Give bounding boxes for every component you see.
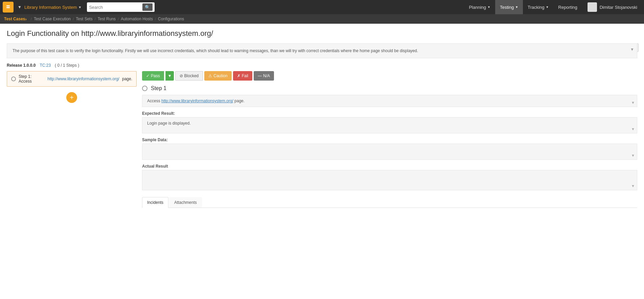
fail-icon: ✗ bbox=[237, 73, 240, 78]
tab-attachments-label: Attachments bbox=[174, 200, 197, 205]
release-info: Release 1.0.0.0 TC:23 ( 0 / 1 Steps ) bbox=[7, 61, 637, 71]
content-wrapper: ⏸ ▲ ☰ Login Functionality on http://www.… bbox=[0, 24, 644, 213]
expected-result-label: Expected Result: bbox=[142, 111, 637, 116]
sample-data-label: Sample Data: bbox=[142, 137, 637, 142]
svg-rect-1 bbox=[6, 5, 10, 6]
add-step-button[interactable]: + bbox=[66, 92, 77, 103]
actual-result-collapse[interactable]: ▼ bbox=[631, 184, 635, 188]
planning-label: Planning bbox=[469, 5, 486, 10]
breadcrumb-label: Test Cases bbox=[4, 17, 25, 21]
release-label: Release 1.0.0.0 bbox=[7, 63, 36, 68]
action-buttons: ✓ Pass ▼ ⊘ Blocked ⚠ Caution ✗ Fail bbox=[142, 71, 637, 81]
step-list-item[interactable]: Step 1: Access http://www.libraryinforma… bbox=[7, 71, 137, 87]
nav-testing[interactable]: Testing ▼ bbox=[495, 0, 523, 14]
step-list-suffix: page. bbox=[122, 77, 132, 81]
breadcrumb-test-runs[interactable]: Test Runs bbox=[98, 17, 116, 21]
testing-label: Testing bbox=[500, 5, 514, 10]
add-step-container: + bbox=[7, 89, 137, 106]
tracking-caret: ▼ bbox=[546, 5, 549, 9]
step-detail-radio bbox=[142, 86, 147, 91]
blocked-button[interactable]: ⊘ Blocked bbox=[175, 71, 203, 81]
tc-id[interactable]: TC:23 bbox=[40, 63, 51, 68]
actual-result-label: Actual Result bbox=[142, 164, 637, 169]
page-title: Login Functionality on http://www.librar… bbox=[7, 29, 637, 38]
nav-reporting[interactable]: Reporting bbox=[553, 0, 582, 14]
tabs-bar: Incidents Attachments bbox=[142, 197, 637, 208]
breadcrumb-sep-4: / bbox=[118, 17, 119, 21]
description-text: The purpose of this test case is to veri… bbox=[13, 48, 418, 53]
expected-result-value: Login page is displayed. bbox=[147, 121, 191, 126]
breadcrumb-chevron: › bbox=[25, 17, 26, 22]
pass-button[interactable]: ✓ Pass bbox=[142, 71, 164, 81]
tab-incidents-label: Incidents bbox=[147, 200, 163, 205]
step-desc-url[interactable]: http://www.libraryinformationsystem.org/ bbox=[161, 99, 233, 103]
step-description-box: Access http://www.libraryinformationsyst… bbox=[142, 95, 637, 107]
blocked-label: Blocked bbox=[184, 73, 199, 78]
svg-rect-2 bbox=[6, 7, 10, 8]
pass-checkmark: ✓ bbox=[146, 73, 150, 78]
fail-label: Fail bbox=[242, 73, 248, 78]
tab-incidents[interactable]: Incidents bbox=[142, 197, 168, 208]
project-dropdown-arrow: ▼ bbox=[78, 5, 82, 9]
step-radio-indicator bbox=[11, 77, 16, 81]
user-name: Dimitar Stojanovski bbox=[600, 5, 637, 10]
two-col-layout: Step 1: Access http://www.libraryinforma… bbox=[7, 71, 637, 208]
right-panel: ✓ Pass ▼ ⊘ Blocked ⚠ Caution ✗ Fail bbox=[142, 71, 637, 208]
main-content: Login Functionality on http://www.librar… bbox=[0, 24, 644, 213]
search-container: 🔍 bbox=[87, 2, 155, 12]
breadcrumb-sep-1: / bbox=[31, 17, 32, 21]
reporting-label: Reporting bbox=[558, 5, 577, 10]
breadcrumb-sep-5: / bbox=[155, 17, 156, 21]
expected-result-collapse[interactable]: ▼ bbox=[631, 127, 635, 131]
testing-caret: ▼ bbox=[515, 5, 518, 9]
blocked-icon: ⊘ bbox=[180, 73, 183, 78]
breadcrumb-sep-3: / bbox=[95, 17, 96, 21]
actual-result-box[interactable]: ▼ bbox=[142, 170, 637, 190]
caution-label: Caution bbox=[213, 73, 227, 78]
project-selector[interactable]: Library Information System ▼ bbox=[24, 5, 82, 10]
pass-label: Pass bbox=[151, 73, 160, 78]
step-desc-suffix: page. bbox=[233, 99, 245, 103]
nav-planning[interactable]: Planning ▼ bbox=[464, 0, 495, 14]
breadcrumb-sep-2: / bbox=[73, 17, 74, 21]
expected-result-box: Login page is displayed. ▼ bbox=[142, 117, 637, 133]
breadcrumb-test-sets[interactable]: Test Sets bbox=[76, 17, 92, 21]
na-button[interactable]: — N/A bbox=[254, 71, 274, 81]
description-box: The purpose of this test case is to veri… bbox=[7, 43, 637, 58]
fail-button[interactable]: ✗ Fail bbox=[233, 71, 252, 81]
step-desc-collapse[interactable]: ▼ bbox=[631, 101, 635, 105]
breadcrumb: Test Cases › / Test Case Execution / Tes… bbox=[0, 14, 644, 24]
search-button[interactable]: 🔍 bbox=[142, 3, 153, 11]
steps-progress: ( 0 / 1 Steps ) bbox=[55, 63, 79, 68]
planning-caret: ▼ bbox=[487, 5, 490, 9]
description-collapse-btn[interactable]: ▼ bbox=[630, 46, 634, 52]
app-logo[interactable] bbox=[3, 2, 14, 13]
step-list-label: Step 1: Access bbox=[19, 74, 45, 84]
sample-data-box: ▼ bbox=[142, 144, 637, 160]
top-navigation: ▼ Library Information System ▼ 🔍 Plannin… bbox=[0, 0, 644, 14]
caution-button[interactable]: ⚠ Caution bbox=[204, 71, 231, 81]
breadcrumb-test-cases[interactable]: Test Cases › bbox=[4, 17, 29, 22]
project-name-label: Library Information System bbox=[24, 5, 77, 10]
breadcrumb-test-case-execution[interactable]: Test Case Execution bbox=[34, 17, 71, 21]
step-detail-header: Step 1 bbox=[142, 85, 637, 91]
na-dash: — bbox=[258, 73, 262, 78]
breadcrumb-configurations[interactable]: Configurations bbox=[158, 17, 184, 21]
search-input[interactable] bbox=[89, 5, 141, 10]
nav-dropdown-button[interactable]: ▼ bbox=[16, 4, 23, 10]
tab-attachments[interactable]: Attachments bbox=[169, 197, 202, 208]
step-desc-prefix: Access bbox=[147, 99, 161, 103]
avatar bbox=[588, 2, 597, 12]
na-label: N/A bbox=[263, 73, 270, 78]
step-list-url[interactable]: http://www.libraryinformationsystem.org/ bbox=[47, 77, 119, 81]
step-detail-title: Step 1 bbox=[151, 85, 166, 91]
breadcrumb-automation-hosts[interactable]: Automation Hosts bbox=[121, 17, 153, 21]
user-profile[interactable]: Dimitar Stojanovski bbox=[583, 2, 641, 12]
nav-tracking[interactable]: Tracking ▼ bbox=[523, 0, 553, 14]
main-nav-items: Planning ▼ Testing ▼ Tracking ▼ Reportin… bbox=[464, 0, 582, 14]
sample-data-collapse[interactable]: ▼ bbox=[631, 153, 635, 157]
caution-icon: ⚠ bbox=[208, 73, 212, 78]
pass-dropdown-button[interactable]: ▼ bbox=[165, 71, 174, 81]
left-panel: Step 1: Access http://www.libraryinforma… bbox=[7, 71, 142, 208]
tracking-label: Tracking bbox=[528, 5, 544, 10]
